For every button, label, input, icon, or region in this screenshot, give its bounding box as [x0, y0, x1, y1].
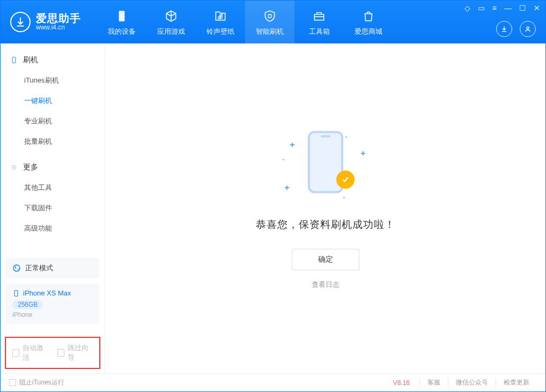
- sidebar-item-download-firmware[interactable]: 下载固件: [1, 198, 105, 218]
- svg-rect-2: [12, 57, 16, 63]
- link-wechat[interactable]: 微信公众号: [448, 378, 496, 387]
- device-name: iPhone XS Max: [23, 289, 71, 297]
- svg-point-4: [15, 267, 17, 268]
- device-icon: [10, 56, 19, 64]
- cube-icon: [164, 8, 178, 24]
- sidebar-item-batch-flash[interactable]: 批量刷机: [1, 131, 105, 152]
- statusbar: 阻止iTunes运行 V8.16 客服 微信公众号 检查更新: [1, 373, 545, 391]
- view-log-link[interactable]: 查看日志: [312, 280, 340, 290]
- app-url: www.i4.cn: [36, 24, 81, 31]
- tab-flash[interactable]: 智能刷机: [245, 1, 294, 43]
- ok-button[interactable]: 确定: [292, 249, 359, 270]
- sidebar-item-other-tools[interactable]: 其他工具: [1, 177, 105, 198]
- mode-icon: [12, 264, 21, 272]
- minimize-button[interactable]: —: [504, 4, 512, 12]
- titlebar: 爱思助手 www.i4.cn 我的设备 应用游戏 铃声壁纸 智能刷机: [1, 1, 545, 43]
- sidebar: 刷机 iTunes刷机 一键刷机 专业刷机 批量刷机 更多 其他工具 下载固件 …: [1, 43, 105, 373]
- tab-label: 铃声壁纸: [206, 27, 234, 36]
- device-type: iPhone: [12, 311, 93, 319]
- tab-my-device[interactable]: 我的设备: [97, 1, 146, 43]
- link-service[interactable]: 客服: [419, 378, 448, 387]
- check-badge-icon: [336, 171, 355, 189]
- body: 刷机 iTunes刷机 一键刷机 专业刷机 批量刷机 更多 其他工具 下载固件 …: [1, 43, 545, 373]
- svg-rect-6: [14, 290, 18, 296]
- tab-label: 工具箱: [309, 27, 330, 36]
- tab-store[interactable]: 爱思商城: [344, 1, 393, 43]
- app-window: 爱思助手 www.i4.cn 我的设备 应用游戏 铃声壁纸 智能刷机: [0, 0, 546, 392]
- window-controls: ◇ ▭ ≡ — ☐ ✕: [464, 4, 540, 12]
- device-capacity: 256GB: [12, 300, 43, 309]
- highlighted-checks: 自动激活 跳过向导: [5, 337, 100, 369]
- device-card[interactable]: iPhone XS Max 256GB iPhone: [6, 284, 99, 324]
- check-label: 阻止iTunes运行: [19, 378, 64, 387]
- check-label: 自动激活: [23, 343, 48, 363]
- header-round-buttons: [496, 21, 536, 37]
- toolbox-icon: [312, 8, 326, 24]
- version-label: V8.16: [393, 379, 410, 387]
- check-block-itunes[interactable]: 阻止iTunes运行: [9, 378, 64, 387]
- skin-icon[interactable]: ◇: [464, 4, 470, 12]
- main-content: 恭喜您，保资料刷机成功啦！ 确定 查看日志: [105, 43, 545, 373]
- close-button[interactable]: ✕: [534, 4, 540, 12]
- feedback-icon[interactable]: ▭: [478, 4, 485, 12]
- shield-refresh-icon: [263, 8, 277, 24]
- app-logo-icon: [10, 12, 31, 32]
- svg-point-1: [527, 27, 529, 29]
- sidebar-item-itunes-flash[interactable]: iTunes刷机: [1, 70, 105, 91]
- sidebar-item-one-click-flash[interactable]: 一键刷机: [1, 91, 105, 111]
- menu-icon[interactable]: ≡: [492, 4, 497, 12]
- download-manager-button[interactable]: [496, 21, 512, 37]
- device-phone-icon: [12, 290, 20, 297]
- section-more: 更多: [1, 158, 105, 176]
- nav-tabs: 我的设备 应用游戏 铃声壁纸 智能刷机 工具箱 爱思商城: [97, 1, 393, 43]
- tab-label: 我的设备: [108, 27, 136, 36]
- phone-icon: [115, 8, 129, 24]
- tab-apps[interactable]: 应用游戏: [146, 1, 196, 43]
- tab-label: 智能刷机: [256, 27, 284, 36]
- svg-point-3: [13, 265, 20, 271]
- tab-label: 爱思商城: [355, 27, 382, 36]
- sidebar-item-advanced[interactable]: 高级功能: [1, 218, 105, 239]
- maximize-button[interactable]: ☐: [519, 4, 526, 12]
- app-name: 爱思助手: [36, 12, 81, 24]
- bag-icon: [361, 8, 375, 24]
- sidebar-item-pro-flash[interactable]: 专业刷机: [1, 111, 105, 131]
- tab-toolbox[interactable]: 工具箱: [294, 1, 344, 43]
- svg-rect-0: [119, 11, 125, 21]
- success-message: 恭喜您，保资料刷机成功啦！: [256, 218, 395, 232]
- success-illustration: [283, 128, 368, 203]
- section-flash: 刷机: [1, 51, 105, 69]
- check-skip-guide[interactable]: 跳过向导: [57, 343, 93, 363]
- tab-label: 应用游戏: [157, 27, 185, 36]
- check-auto-activate[interactable]: 自动激活: [12, 343, 48, 363]
- check-label: 跳过向导: [68, 343, 93, 363]
- logo: 爱思助手 www.i4.cn: [1, 1, 92, 43]
- mode-label: 正常模式: [25, 263, 53, 273]
- list-icon: [10, 164, 19, 171]
- section-title: 更多: [23, 162, 38, 172]
- music-folder-icon: [213, 8, 227, 24]
- mode-card[interactable]: 正常模式: [6, 258, 99, 278]
- svg-point-5: [18, 269, 19, 270]
- section-title: 刷机: [23, 55, 38, 65]
- link-update[interactable]: 检查更新: [496, 378, 537, 387]
- account-button[interactable]: [520, 21, 536, 37]
- tab-ringtone[interactable]: 铃声壁纸: [196, 1, 245, 43]
